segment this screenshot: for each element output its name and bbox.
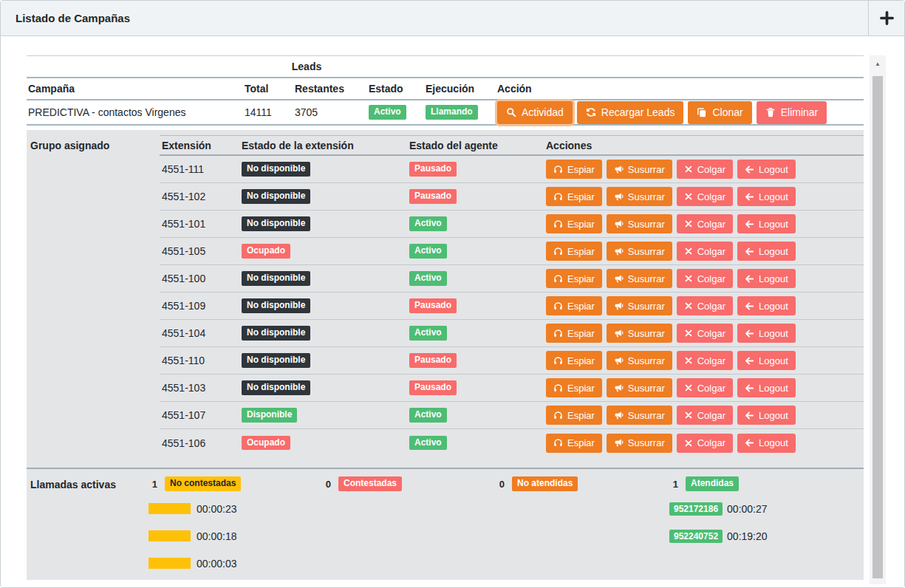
extension-row: 4551-102 No disponible Pausado Espiar Su…	[160, 183, 864, 211]
whisper-button[interactable]: Susurrar	[607, 406, 672, 425]
col-campaign: Campaña	[27, 83, 245, 95]
spy-button[interactable]: Espiar	[546, 296, 602, 315]
campaign-state-badge: Activo	[369, 105, 406, 119]
extension-row: 4551-109 No disponible Pausado Espiar Su…	[160, 293, 864, 320]
hangup-button[interactable]: Colgar	[677, 378, 733, 397]
hangup-button[interactable]: Colgar	[677, 296, 733, 315]
headphones-icon	[553, 438, 563, 448]
extension-state-badge: No disponible	[242, 380, 310, 394]
clone-button[interactable]: Clonar	[688, 101, 751, 124]
spy-button[interactable]: Espiar	[546, 406, 602, 425]
extension-actions: Espiar Susurrar Colgar Logout	[542, 406, 864, 425]
logout-button[interactable]: Logout	[737, 160, 796, 179]
call-duration: 00:00:03	[197, 558, 237, 570]
extension-number: 4551-104	[160, 327, 239, 339]
hangup-button[interactable]: Colgar	[677, 242, 733, 261]
campaign-actions: Actividad Recargar Leads C	[497, 101, 864, 124]
arrow-left-icon	[745, 438, 754, 448]
agent-state-badge: Activo	[409, 271, 447, 285]
whisper-button[interactable]: Susurrar	[607, 160, 672, 179]
calls-column-unanswered: 1 No contestadas 00:00:23 00:00:18 00:00…	[148, 476, 322, 580]
extension-state-badge: No disponible	[242, 326, 310, 340]
vertical-scrollbar[interactable]: ▲	[870, 55, 886, 584]
extension-state-badge: No disponible	[242, 353, 310, 367]
spy-button[interactable]: Espiar	[546, 242, 602, 261]
delete-button[interactable]: Eliminar	[757, 101, 827, 124]
extension-number: 4551-103	[160, 382, 239, 394]
whisper-button[interactable]: Susurrar	[607, 242, 672, 261]
extension-actions: Espiar Susurrar Colgar Logout	[542, 378, 864, 397]
hangup-button[interactable]: Colgar	[677, 324, 733, 343]
x-icon	[684, 439, 693, 448]
whisper-button[interactable]: Susurrar	[607, 187, 672, 206]
group-section: Grupo asignado Extensión Estado de la ex…	[27, 130, 864, 468]
call-duration-bar	[148, 530, 191, 541]
headphones-icon	[553, 356, 563, 366]
x-icon	[684, 165, 693, 174]
x-icon	[684, 383, 693, 392]
active-calls-section: Llamadas activas 1 No contestadas 00:00:…	[27, 468, 864, 580]
logout-button[interactable]: Logout	[737, 351, 796, 370]
spy-button[interactable]: Espiar	[546, 351, 602, 370]
hangup-button[interactable]: Colgar	[677, 160, 733, 179]
extension-number: 4551-105	[160, 245, 239, 257]
unanswered-calls-list: 00:00:23 00:00:18 00:00:03	[148, 495, 322, 577]
call-status-badge: No atendidas	[512, 476, 578, 490]
spy-button[interactable]: Espiar	[546, 214, 602, 233]
campaign-name: PREDICTIVA - contactos Virgenes	[27, 106, 245, 118]
arrow-left-icon	[745, 247, 754, 256]
hangup-button[interactable]: Colgar	[677, 187, 733, 206]
leads-group-header: Leads	[245, 61, 369, 72]
agent-state-badge: Pausado	[409, 162, 457, 176]
logout-button[interactable]: Logout	[737, 269, 796, 288]
add-campaign-button[interactable]	[868, 1, 904, 35]
spy-button[interactable]: Espiar	[546, 378, 602, 397]
extension-table-body: 4551-111 No disponible Pausado Espiar Su…	[160, 156, 864, 457]
extension-actions: Espiar Susurrar Colgar Logout	[542, 324, 864, 343]
activity-button[interactable]: Actividad	[497, 101, 573, 124]
logout-button[interactable]: Logout	[737, 434, 796, 453]
leads-total: 14111	[245, 106, 295, 118]
extension-actions: Espiar Susurrar Colgar Logout	[542, 187, 864, 206]
leads-remaining: 3705	[295, 106, 369, 118]
whisper-button[interactable]: Susurrar	[607, 214, 672, 233]
hangup-button[interactable]: Colgar	[677, 406, 733, 425]
calls-column-answered: 0 Contestadas	[322, 476, 496, 580]
extension-row: 4551-107 Disponible Activo Espiar Susurr…	[160, 402, 864, 429]
logout-button[interactable]: Logout	[737, 378, 796, 397]
logout-button[interactable]: Logout	[737, 296, 796, 315]
hangup-button[interactable]: Colgar	[677, 269, 733, 288]
call-count: 1	[671, 479, 678, 490]
calls-column-attended: 1 Atendidas 952172186 00:00:27 952240752…	[669, 476, 843, 580]
logout-button[interactable]: Logout	[737, 406, 796, 425]
bullhorn-icon	[614, 383, 624, 393]
scrollbar-thumb[interactable]	[872, 76, 883, 578]
logout-button[interactable]: Logout	[737, 214, 796, 233]
calls-column-unattended: 0 No atendidas	[496, 476, 669, 580]
col-agent-state: Estado del agente	[407, 140, 542, 151]
logout-button[interactable]: Logout	[737, 324, 796, 343]
spy-button[interactable]: Espiar	[546, 324, 602, 343]
extension-number: 4551-102	[160, 191, 239, 202]
whisper-button[interactable]: Susurrar	[607, 269, 672, 288]
hangup-button[interactable]: Colgar	[677, 351, 733, 370]
reload-leads-button[interactable]: Recargar Leads	[577, 101, 684, 124]
spy-button[interactable]: Espiar	[546, 160, 602, 179]
whisper-button[interactable]: Susurrar	[607, 296, 672, 315]
extension-number: 4551-110	[160, 355, 239, 366]
whisper-button[interactable]: Susurrar	[607, 378, 672, 397]
spy-button[interactable]: Espiar	[546, 434, 602, 453]
whisper-button[interactable]: Susurrar	[607, 434, 672, 453]
agent-state-badge: Pausado	[409, 298, 457, 312]
hangup-button[interactable]: Colgar	[677, 214, 733, 233]
whisper-button[interactable]: Susurrar	[607, 324, 672, 343]
hangup-button[interactable]: Colgar	[677, 434, 733, 453]
spy-button[interactable]: Espiar	[546, 187, 602, 206]
whisper-button[interactable]: Susurrar	[607, 351, 672, 370]
agent-state-badge: Activo	[409, 436, 447, 450]
spy-button[interactable]: Espiar	[546, 269, 602, 288]
logout-button[interactable]: Logout	[737, 187, 796, 206]
extension-row: 4551-104 No disponible Activo Espiar Sus…	[160, 320, 864, 347]
logout-button[interactable]: Logout	[737, 242, 796, 261]
triangle-up-icon[interactable]: ▲	[870, 55, 886, 72]
